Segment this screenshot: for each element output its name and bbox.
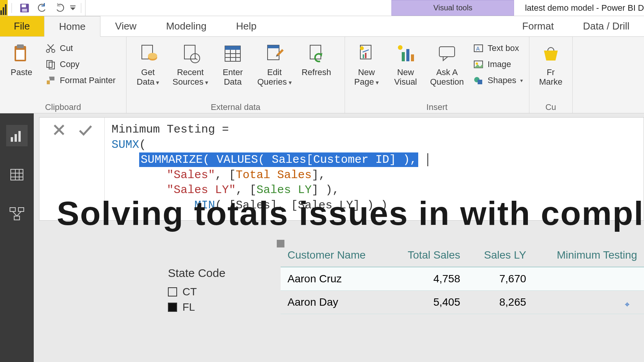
tab-modeling[interactable]: Modeling bbox=[151, 16, 222, 36]
format-painter-button[interactable]: Format Painter bbox=[43, 74, 118, 87]
copy-icon bbox=[45, 59, 56, 70]
new-page-button[interactable]: New Page bbox=[349, 39, 384, 101]
state-code-slicer[interactable]: State Code CT FL bbox=[168, 267, 225, 316]
svg-point-21 bbox=[148, 53, 157, 59]
svg-rect-57 bbox=[15, 134, 17, 142]
tab-data-drill[interactable]: Data / Drill bbox=[568, 16, 644, 36]
ask-question-button[interactable]: Ask A Question bbox=[427, 39, 467, 101]
qat-dropdown-icon[interactable] bbox=[69, 5, 77, 11]
svg-rect-58 bbox=[18, 131, 21, 142]
formula-line1: Minimum Testing = bbox=[112, 123, 236, 136]
new-page-label: New Page bbox=[354, 67, 379, 87]
col-sales-ly[interactable]: Sales LY bbox=[467, 244, 533, 267]
svg-rect-56 bbox=[11, 137, 13, 142]
text-caret bbox=[427, 153, 428, 166]
from-marketplace-button[interactable]: Fr Marke bbox=[533, 39, 568, 101]
copy-button[interactable]: Copy bbox=[43, 57, 118, 71]
view-rail bbox=[0, 113, 34, 362]
recent-sources-button[interactable]: Recent Sources bbox=[169, 39, 211, 101]
svg-rect-59 bbox=[11, 169, 23, 180]
speech-bubble-icon bbox=[436, 43, 458, 64]
refresh-label: Refresh bbox=[302, 67, 331, 77]
cut-button[interactable]: Cut bbox=[43, 41, 118, 55]
shapes-button[interactable]: Shapes bbox=[471, 74, 525, 87]
col-total-sales[interactable]: Total Sales bbox=[389, 244, 467, 267]
svg-rect-22 bbox=[184, 45, 195, 59]
tab-help[interactable]: Help bbox=[222, 16, 271, 36]
text-box-label: Text box bbox=[488, 43, 519, 53]
slicer-option-fl[interactable]: FL bbox=[168, 301, 225, 313]
shapes-label: Shapes bbox=[488, 75, 516, 85]
slicer-opt2-label: FL bbox=[182, 301, 195, 313]
resize-handle-icon[interactable] bbox=[277, 240, 284, 247]
svg-rect-54 bbox=[478, 80, 482, 84]
svg-line-13 bbox=[49, 44, 54, 50]
svg-marker-48 bbox=[443, 57, 448, 61]
save-button[interactable] bbox=[16, 0, 33, 16]
paste-button[interactable]: Paste bbox=[4, 39, 39, 101]
recent-sources-label: Recent Sources bbox=[172, 67, 208, 87]
slicer-title: State Code bbox=[168, 267, 225, 280]
table-visual[interactable]: Customer Name Total Sales Sales LY Minim… bbox=[281, 244, 644, 314]
redo-button[interactable] bbox=[51, 0, 69, 16]
svg-rect-47 bbox=[439, 47, 455, 57]
app-logo-icon bbox=[0, 0, 8, 16]
checkbox-checked-icon[interactable] bbox=[168, 303, 177, 312]
filter-indicator-icon[interactable]: ⌖ bbox=[625, 300, 629, 310]
get-data-button[interactable]: Get Data bbox=[130, 39, 166, 101]
svg-marker-55 bbox=[544, 51, 558, 61]
col-min-testing[interactable]: Minimum Testing bbox=[533, 244, 644, 267]
svg-rect-10 bbox=[16, 50, 25, 60]
tab-format[interactable]: Format bbox=[508, 16, 568, 36]
image-button[interactable]: Image bbox=[471, 57, 525, 71]
svg-rect-2 bbox=[5, 4, 7, 15]
marketplace-icon bbox=[540, 43, 562, 64]
svg-rect-5 bbox=[22, 8, 27, 11]
new-page-icon bbox=[356, 43, 377, 64]
edit-queries-icon bbox=[264, 43, 285, 64]
col-customer-name[interactable]: Customer Name bbox=[281, 244, 389, 267]
refresh-icon bbox=[306, 43, 327, 64]
new-visual-icon bbox=[395, 43, 416, 64]
tab-file[interactable]: File bbox=[0, 16, 44, 36]
svg-marker-34 bbox=[277, 49, 284, 56]
svg-marker-7 bbox=[70, 7, 76, 10]
slicer-option-ct[interactable]: CT bbox=[168, 286, 225, 298]
data-view-button[interactable] bbox=[6, 164, 28, 185]
formula-bar[interactable]: Minimum Testing = SUMX( SUMMARIZE( VALUE… bbox=[39, 117, 644, 221]
enter-data-button[interactable]: Enter Data bbox=[215, 39, 250, 101]
table-row[interactable]: Aaron Cruz 4,758 7,670 bbox=[281, 267, 644, 291]
formula-cancel-button[interactable] bbox=[51, 122, 67, 138]
from-marketplace-label: Fr Marke bbox=[539, 67, 562, 87]
undo-button[interactable] bbox=[33, 0, 51, 16]
text-box-button[interactable]: A Text box bbox=[471, 41, 525, 55]
contextual-tab-header: Visual tools bbox=[391, 0, 514, 16]
formula-editor[interactable]: Minimum Testing = SUMX( SUMMARIZE( VALUE… bbox=[105, 118, 644, 220]
report-view-button[interactable] bbox=[6, 125, 28, 146]
tab-home[interactable]: Home bbox=[44, 16, 100, 37]
new-visual-button[interactable]: New Visual bbox=[388, 39, 423, 101]
svg-rect-33 bbox=[268, 45, 279, 48]
recent-sources-icon bbox=[180, 43, 201, 64]
svg-rect-17 bbox=[47, 80, 50, 84]
model-view-button[interactable] bbox=[6, 203, 28, 224]
checkbox-icon[interactable] bbox=[168, 287, 177, 296]
formula-commit-button[interactable] bbox=[77, 122, 93, 138]
tab-view[interactable]: View bbox=[100, 16, 151, 36]
group-custom-label: Cu bbox=[533, 101, 568, 112]
svg-rect-64 bbox=[10, 208, 15, 211]
new-visual-label: New Visual bbox=[394, 67, 417, 87]
edit-queries-button[interactable]: Edit Queries bbox=[254, 39, 295, 101]
paste-label: Paste bbox=[11, 67, 32, 77]
cut-label: Cut bbox=[60, 43, 73, 53]
svg-rect-27 bbox=[225, 46, 240, 50]
svg-marker-18 bbox=[49, 77, 54, 80]
ask-question-label: Ask A Question bbox=[430, 67, 464, 87]
refresh-button[interactable]: Refresh bbox=[299, 39, 334, 101]
image-label: Image bbox=[488, 59, 511, 69]
svg-line-14 bbox=[48, 44, 53, 50]
svg-rect-44 bbox=[402, 52, 405, 61]
table-row[interactable]: Aaron Day 5,405 8,265 bbox=[281, 291, 644, 314]
svg-rect-46 bbox=[411, 54, 414, 61]
format-painter-label: Format Painter bbox=[60, 75, 116, 85]
